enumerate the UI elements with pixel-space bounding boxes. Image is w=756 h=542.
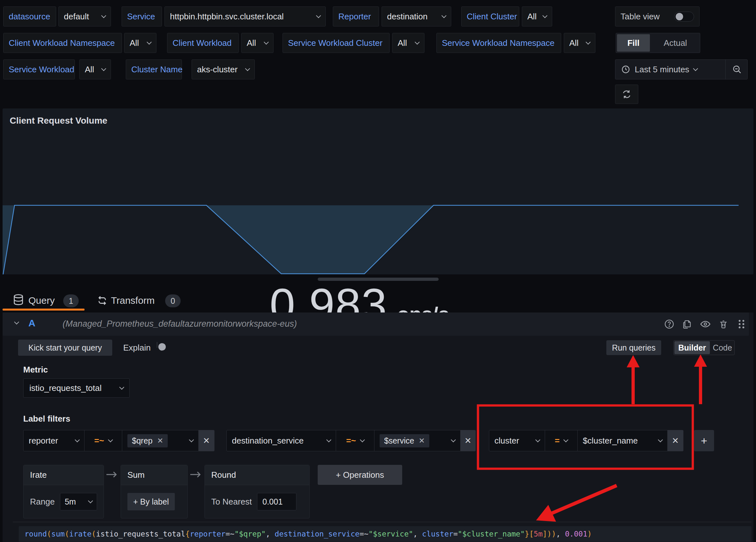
filter-label-select[interactable]: reporter	[23, 430, 85, 451]
label-filter-row: destination_service =~ $service	[226, 430, 476, 451]
client-request-volume-panel: Client Request Volume 0.983 ops/s	[3, 108, 753, 275]
run-queries-button[interactable]: Run queries	[606, 340, 661, 355]
chevron-down-icon	[119, 385, 124, 390]
range-select[interactable]: 5m	[60, 493, 97, 510]
code-mode-button[interactable]: Code	[711, 341, 734, 355]
operation-title[interactable]: Irate	[24, 465, 104, 485]
code-token: )	[587, 530, 592, 538]
datasource-note: (Managed_Prometheus_defaultazuremonitorw…	[63, 319, 297, 329]
zoom-out-button[interactable]	[725, 60, 748, 79]
var-label-cluster-name: Cluster Name	[126, 59, 182, 79]
var-value-service-workload-cluster[interactable]: All	[392, 33, 424, 53]
operation-title[interactable]: Round	[205, 465, 309, 485]
toggle-knob	[158, 343, 166, 351]
table-view-toggle[interactable]	[674, 12, 694, 22]
var-value-reporter[interactable]: destination	[382, 6, 451, 26]
label-filter-row-cluster: cluster = $cluster_name	[489, 430, 683, 451]
remove-chip-icon[interactable]	[419, 437, 425, 445]
by-label-button[interactable]: + By label	[127, 493, 175, 510]
delete-query-trash-icon[interactable]	[718, 319, 729, 330]
table-view-control[interactable]: Table view	[615, 6, 700, 26]
refresh-button[interactable]	[615, 85, 638, 104]
filter-value-select[interactable]: $service	[374, 430, 461, 451]
query-ref-id: A	[28, 318, 35, 329]
help-icon[interactable]	[664, 319, 675, 330]
chevron-down-icon	[360, 437, 365, 442]
chevron-down-icon	[88, 498, 93, 503]
time-range-picker[interactable]: Last 5 minutes	[615, 59, 748, 79]
var-value-cluster-name[interactable]: aks-cluster	[192, 59, 255, 79]
remove-chip-icon[interactable]	[157, 437, 163, 445]
chevron-down-icon	[75, 437, 80, 442]
actual-option[interactable]: Actual	[651, 33, 700, 53]
code-token: =	[453, 530, 458, 538]
var-label-service-workload-namespace: Service Workload Namespace	[436, 33, 561, 53]
filter-operator-select[interactable]: =~	[84, 430, 122, 451]
filter-operator-select[interactable]: =~	[336, 430, 374, 451]
code-token: 0.001	[565, 530, 587, 538]
remove-filter-button[interactable]	[198, 430, 214, 451]
time-range-button[interactable]: Last 5 minutes	[615, 60, 725, 79]
fill-actual-switch[interactable]: Fill Actual	[616, 33, 700, 53]
promql-code[interactable]: round(sum(irate(istio_requests_total{rep…	[19, 526, 751, 542]
chevron-down-icon	[326, 437, 332, 442]
operation-card-sum: Sum + By label	[121, 465, 188, 518]
var-value-client-workload[interactable]: All	[241, 33, 274, 53]
toggle-visibility-eye-icon[interactable]	[700, 319, 711, 330]
chevron-down-icon	[147, 39, 152, 45]
builder-code-switch[interactable]: Builder Code	[673, 340, 735, 355]
remove-filter-button[interactable]	[667, 430, 683, 451]
database-icon	[13, 294, 25, 306]
operation-card-round: Round To Nearest 0.001	[204, 465, 310, 518]
code-token: {	[185, 530, 190, 538]
code-token: ))	[547, 530, 556, 538]
code-token: =~	[360, 530, 369, 538]
kick-start-query-button[interactable]: Kick start your query	[18, 340, 112, 356]
toggle-knob	[676, 13, 683, 20]
chevron-down-icon	[658, 437, 663, 442]
operation-title[interactable]: Sum	[121, 465, 187, 485]
add-filter-button[interactable]	[694, 430, 714, 451]
plus-icon	[701, 435, 707, 447]
var-value-datasource[interactable]: default	[58, 6, 111, 26]
filter-value-chip[interactable]: $qrep	[127, 434, 168, 447]
filter-label-select[interactable]: destination_service	[226, 430, 336, 451]
var-value-service-workload[interactable]: All	[79, 59, 111, 79]
add-operations-button[interactable]: + Operations	[318, 465, 402, 485]
chevron-down-icon	[563, 437, 569, 442]
grafana-panel-editor: datasource default Service httpbin.httpb…	[0, 0, 756, 542]
var-label-service-workload: Service Workload	[3, 59, 75, 79]
filter-value-select[interactable]: $qrep	[122, 430, 199, 451]
label-filters-section-label: Label filters	[23, 414, 70, 424]
tab-transform[interactable]: Transform	[111, 295, 155, 306]
close-icon	[672, 436, 679, 446]
panel-title: Client Request Volume	[10, 115, 107, 126]
time-range-label: Last 5 minutes	[635, 65, 689, 75]
filter-value-chip[interactable]: $service	[380, 434, 429, 447]
chevron-down-icon	[101, 66, 106, 71]
tab-query[interactable]: Query	[28, 295, 55, 306]
var-value-service-workload-namespace[interactable]: All	[564, 33, 595, 53]
remove-filter-button[interactable]	[460, 430, 476, 451]
fill-option[interactable]: Fill	[617, 34, 650, 52]
transform-icon	[97, 295, 108, 306]
pipeline-arrow-icon	[106, 470, 118, 479]
query-count-badge: 1	[63, 295, 79, 307]
explain-label: Explain	[123, 343, 151, 353]
code-token: round	[25, 530, 47, 538]
var-value-service[interactable]: httpbin.httpbin.svc.cluster.local	[164, 6, 326, 26]
duplicate-query-icon[interactable]	[682, 319, 693, 330]
horizontal-scrollbar-thumb[interactable]	[318, 278, 439, 281]
explain-toggle[interactable]	[157, 342, 157, 348]
code-token: "$cluster_name"	[458, 530, 525, 538]
filter-operator-select[interactable]: =	[545, 430, 578, 451]
filter-value-select[interactable]: $cluster_name	[577, 430, 668, 451]
drag-handle-grip-icon[interactable]	[736, 319, 747, 330]
var-value-client-workload-namespace[interactable]: All	[124, 33, 156, 53]
to-nearest-input[interactable]: 0.001	[257, 493, 296, 510]
code-token: [	[529, 530, 534, 538]
var-value-client-cluster[interactable]: All	[522, 6, 552, 26]
filter-label-select[interactable]: cluster	[489, 430, 545, 451]
builder-mode-button[interactable]: Builder	[674, 341, 710, 354]
metric-select[interactable]: istio_requests_total	[23, 378, 130, 398]
